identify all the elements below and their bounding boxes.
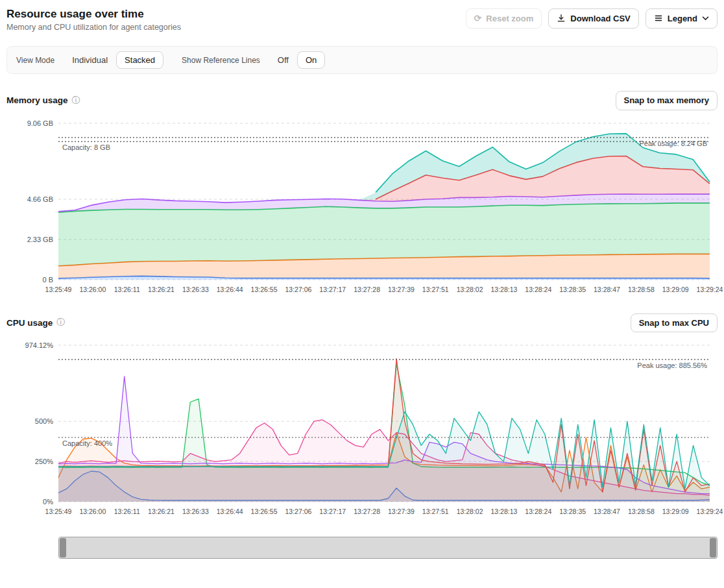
svg-text:500%: 500% [35, 417, 53, 425]
svg-text:13:28:24: 13:28:24 [525, 508, 551, 515]
info-icon[interactable]: ⓘ [56, 317, 65, 328]
svg-text:13:27:51: 13:27:51 [422, 286, 449, 293]
download-csv-label: Download CSV [570, 14, 630, 24]
brush-handle-left[interactable] [60, 538, 66, 557]
view-mode-label: View Mode [16, 56, 54, 65]
svg-text:13:26:55: 13:26:55 [251, 508, 278, 515]
svg-text:Peak usage: 8.24 GB: Peak usage: 8.24 GB [639, 139, 707, 147]
svg-text:13:28:02: 13:28:02 [457, 286, 483, 293]
svg-text:13:26:00: 13:26:00 [79, 508, 106, 515]
svg-text:13:27:17: 13:27:17 [319, 508, 346, 515]
svg-text:13:26:44: 13:26:44 [217, 286, 243, 293]
svg-text:13:27:39: 13:27:39 [388, 286, 415, 293]
reset-zoom-label: Reset zoom [486, 14, 533, 24]
svg-text:13:25:49: 13:25:49 [45, 286, 72, 293]
svg-text:Capacity: 400%: Capacity: 400% [62, 439, 112, 447]
page-subtitle: Memory and CPU utilization for agent cat… [6, 23, 181, 32]
download-csv-button[interactable]: Download CSV [548, 8, 638, 29]
svg-text:13:27:28: 13:27:28 [354, 508, 380, 515]
svg-text:13:26:11: 13:26:11 [114, 508, 140, 515]
cpu-section-header: CPU usage ⓘ Snap to max CPU [6, 313, 718, 333]
memory-section-header: Memory usage ⓘ Snap to max memory [6, 91, 718, 110]
svg-text:13:27:06: 13:27:06 [285, 508, 311, 515]
memory-usage-chart[interactable]: 9.06 GB4.66 GB2.33 GB0 BCapacity: 8 GBPe… [6, 112, 718, 297]
svg-text:13:26:11: 13:26:11 [114, 286, 140, 293]
svg-text:13:28:13: 13:28:13 [491, 286, 518, 293]
reset-zoom-icon: ⟳ [474, 13, 482, 24]
time-range-brush[interactable] [58, 537, 718, 559]
svg-text:0 B: 0 B [42, 276, 53, 284]
cpu-section-title-row: CPU usage ⓘ [6, 317, 65, 328]
svg-text:13:28:47: 13:28:47 [594, 286, 620, 293]
svg-text:13:27:06: 13:27:06 [285, 286, 311, 293]
reference-lines-on-button[interactable]: On [297, 51, 325, 69]
brush-handle-right[interactable] [710, 538, 716, 557]
svg-text:13:29:24: 13:29:24 [697, 508, 723, 515]
svg-text:Peak usage: 885.56%: Peak usage: 885.56% [637, 361, 707, 369]
svg-text:13:28:13: 13:28:13 [491, 508, 518, 515]
svg-text:13:26:33: 13:26:33 [182, 508, 209, 515]
svg-text:250%: 250% [35, 458, 53, 465]
reference-lines-label: Show Reference Lines [182, 56, 260, 65]
reference-lines-off-button[interactable]: Off [269, 51, 297, 69]
legend-button[interactable]: Legend [646, 8, 718, 29]
svg-text:13:29:24: 13:29:24 [697, 286, 723, 293]
info-icon[interactable]: ⓘ [72, 95, 80, 106]
svg-text:974.12%: 974.12% [25, 341, 54, 349]
svg-text:13:29:09: 13:29:09 [662, 286, 689, 293]
svg-text:13:28:24: 13:28:24 [525, 286, 551, 293]
snap-to-max-cpu-button[interactable]: Snap to max CPU [631, 313, 718, 333]
svg-text:13:28:35: 13:28:35 [559, 508, 586, 515]
svg-text:13:29:09: 13:29:09 [662, 508, 689, 515]
svg-text:13:26:44: 13:26:44 [217, 508, 243, 515]
cpu-usage-chart[interactable]: 974.12%500%250%0%Peak usage: 885.56%Capa… [6, 334, 718, 519]
legend-label: Legend [668, 14, 697, 24]
svg-text:13:25:49: 13:25:49 [45, 508, 72, 515]
header-actions: ⟳ Reset zoom Download CSV Legend [466, 8, 718, 29]
svg-text:13:27:17: 13:27:17 [319, 286, 346, 293]
svg-text:13:26:55: 13:26:55 [251, 286, 278, 293]
header: Resource usage over time Memory and CPU … [6, 0, 718, 32]
chevron-down-icon [702, 16, 709, 21]
reset-zoom-button[interactable]: ⟳ Reset zoom [466, 8, 542, 29]
svg-text:13:26:21: 13:26:21 [148, 508, 175, 515]
svg-text:13:28:58: 13:28:58 [628, 508, 655, 515]
svg-text:13:28:35: 13:28:35 [559, 286, 586, 293]
svg-text:0%: 0% [43, 498, 53, 506]
svg-text:4.66 GB: 4.66 GB [27, 195, 53, 203]
svg-text:13:27:39: 13:27:39 [388, 508, 415, 515]
svg-text:9.06 GB: 9.06 GB [27, 119, 53, 127]
svg-text:13:28:47: 13:28:47 [594, 508, 620, 515]
download-icon [557, 14, 566, 23]
svg-text:2.33 GB: 2.33 GB [27, 236, 53, 243]
snap-to-max-memory-button[interactable]: Snap to max memory [616, 91, 718, 110]
header-titles: Resource usage over time Memory and CPU … [6, 0, 181, 32]
memory-section-title-row: Memory usage ⓘ [6, 95, 80, 106]
view-mode-individual-button[interactable]: Individual [64, 51, 116, 69]
cpu-section-title: CPU usage [6, 318, 53, 328]
legend-list-icon [654, 14, 663, 23]
svg-text:13:26:33: 13:26:33 [182, 286, 209, 293]
svg-text:13:26:21: 13:26:21 [148, 286, 175, 293]
svg-text:13:27:28: 13:27:28 [354, 286, 380, 293]
svg-text:13:28:02: 13:28:02 [457, 508, 483, 515]
memory-section-title: Memory usage [6, 95, 68, 105]
page-title: Resource usage over time [6, 8, 181, 21]
svg-text:13:28:58: 13:28:58 [628, 286, 655, 293]
svg-text:Capacity: 8 GB: Capacity: 8 GB [62, 143, 110, 151]
svg-text:13:26:00: 13:26:00 [79, 286, 106, 293]
view-mode-stacked-button[interactable]: Stacked [116, 51, 163, 69]
svg-text:13:27:51: 13:27:51 [422, 508, 449, 515]
chart-controls-bar: View Mode Individual Stacked Show Refere… [6, 46, 718, 74]
